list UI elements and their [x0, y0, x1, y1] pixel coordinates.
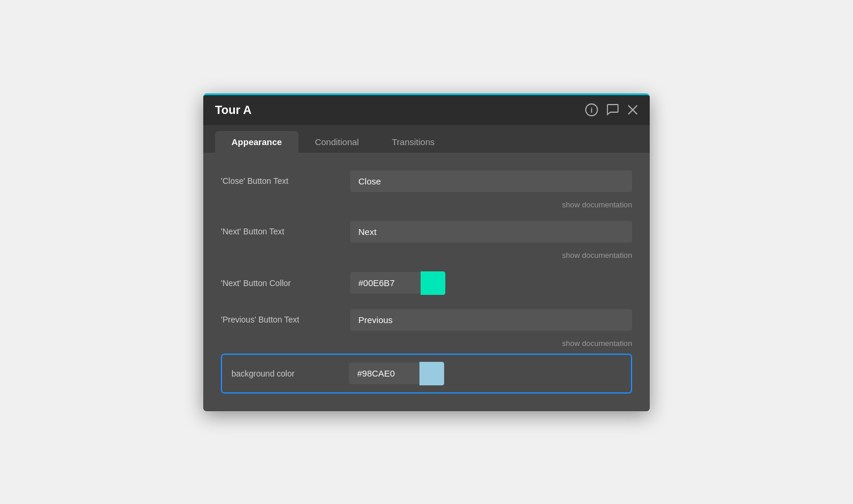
next-button-color-row: 'Next' Button Collor — [221, 266, 632, 301]
background-color-row: background color — [221, 354, 632, 394]
tab-appearance[interactable]: Appearance — [215, 131, 298, 153]
next-show-doc[interactable]: show documentation — [562, 251, 632, 260]
title-bar: Tour A i — [203, 95, 650, 125]
next-doc-row: show documentation — [221, 251, 632, 260]
previous-button-text-label: 'Previous' Button Text — [221, 315, 350, 324]
next-color-swatch[interactable] — [421, 271, 445, 295]
previous-doc-row: show documentation — [221, 339, 632, 348]
close-button-text-input[interactable] — [350, 170, 632, 192]
next-button-color-label: 'Next' Button Collor — [221, 278, 350, 288]
tabs: Appearance Conditional Transitions — [203, 125, 650, 153]
previous-button-text-row: 'Previous' Button Text — [221, 303, 632, 337]
background-color-label: background color — [231, 369, 349, 378]
info-icon[interactable]: i — [585, 103, 598, 116]
previous-button-text-input[interactable] — [350, 309, 632, 331]
dialog-title: Tour A — [215, 103, 251, 117]
close-button-text-row: 'Close' Button Text — [221, 164, 632, 198]
next-button-text-row: 'Next' Button Text — [221, 215, 632, 248]
next-button-text-label: 'Next' Button Text — [221, 227, 350, 236]
next-color-input[interactable] — [350, 272, 421, 294]
dialog: Tour A i — [203, 93, 650, 411]
chat-icon[interactable] — [606, 103, 619, 116]
title-icons: i — [585, 103, 638, 116]
close-icon[interactable] — [627, 105, 638, 115]
close-show-doc[interactable]: show documentation — [562, 200, 632, 209]
content-panel: 'Close' Button Text show documentation '… — [203, 153, 650, 411]
next-button-text-input[interactable] — [350, 221, 632, 243]
background-color-swatch[interactable] — [419, 362, 444, 385]
dialog-wrapper: Tour A i — [203, 93, 650, 411]
background-color-picker — [349, 362, 444, 385]
tab-transitions[interactable]: Transitions — [375, 131, 451, 153]
svg-text:i: i — [590, 106, 593, 115]
next-color-picker — [350, 271, 445, 295]
tab-conditional[interactable]: Conditional — [298, 131, 375, 153]
background-color-input[interactable] — [349, 362, 419, 384]
close-button-text-label: 'Close' Button Text — [221, 176, 350, 186]
close-doc-row: show documentation — [221, 200, 632, 209]
previous-show-doc[interactable]: show documentation — [562, 339, 632, 348]
